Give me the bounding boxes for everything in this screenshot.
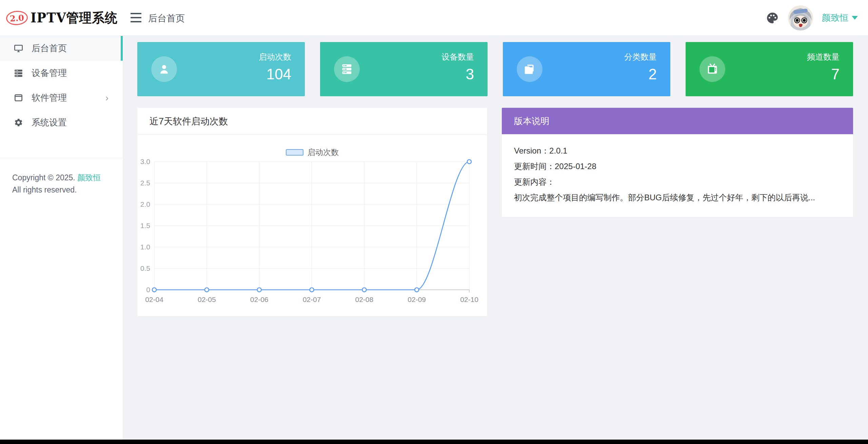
stat-card-categories: 分类数量 2 [503,42,670,96]
version-card-body: Version：2.0.1 更新时间：2025-01-28 更新内容： 初次完成… [502,134,853,217]
copyright-author-link[interactable]: 颜致恒 [77,173,101,182]
palette-icon[interactable] [766,11,779,25]
top-header: 2.0 IPTV管理系统 后台首页 [0,0,868,36]
svg-text:02-10: 02-10 [460,296,478,303]
version-card: 版本说明 Version：2.0.1 更新时间：2025-01-28 更新内容：… [502,108,853,217]
sidebar-item-devices[interactable]: 设备管理 [0,61,123,85]
breadcrumb: 后台首页 [148,12,185,24]
logo-title: IPTV管理系统 [31,9,118,27]
sidebar-item-label: 设备管理 [32,67,67,79]
stat-cards-row: 启动次数 104 设备数量 3 [137,42,853,96]
stat-value: 3 [441,66,474,83]
logo-version-badge: 2.0 [6,10,28,25]
stat-card-launches: 启动次数 104 [137,42,305,96]
server-icon [334,56,360,82]
svg-text:02-09: 02-09 [408,296,426,303]
bottom-bar [0,440,868,444]
tv-icon [699,56,725,82]
stat-value: 2 [624,66,657,83]
hamburger-icon[interactable] [131,13,141,22]
sidebar-item-dashboard[interactable]: 后台首页 [0,36,123,61]
sidebar-item-settings[interactable]: 系统设置 [0,110,123,135]
app-logo[interactable]: 2.0 IPTV管理系统 [0,0,123,36]
sidebar: 后台首页 设备管理 软件管理 › [0,36,123,440]
version-row: 初次完成整个项目的编写制作。部分BUG后续修复，先过个好年，剩下的以后再说... [514,190,841,205]
copyright-suffix: All rights reserved. [12,185,77,194]
stat-label: 频道数量 [807,52,840,62]
svg-text:1.0: 1.0 [140,243,150,251]
legend-label: 启动次数 [308,147,339,158]
gear-icon [14,118,23,127]
stat-label: 设备数量 [441,52,474,62]
sidebar-item-software[interactable]: 软件管理 › [0,85,123,110]
stat-value: 104 [259,66,291,83]
version-row: 更新内容： [514,174,841,190]
app-window-icon [14,93,23,102]
chart-legend[interactable]: 启动次数 [137,147,487,158]
stat-card-devices: 设备数量 3 [320,42,488,96]
svg-text:0: 0 [146,286,150,294]
svg-text:02-08: 02-08 [355,296,373,303]
legend-swatch [286,149,303,156]
version-row: 更新时间：2025-01-28 [514,159,841,174]
avatar[interactable] [788,5,813,31]
chart-title: 近7天软件启动次数 [137,108,487,135]
version-row: Version：2.0.1 [514,143,841,159]
svg-text:0.5: 0.5 [140,264,150,272]
svg-text:02-07: 02-07 [303,296,321,303]
copyright-prefix: Copyright © 2025. [12,173,75,182]
user-icon [151,56,177,82]
monitor-icon [14,44,23,53]
sidebar-item-label: 后台首页 [32,42,67,54]
sidebar-item-label: 软件管理 [32,92,67,104]
main-content: 启动次数 104 设备数量 3 [123,36,868,440]
caret-down-icon [852,16,858,20]
sidebar-item-label: 系统设置 [32,117,67,128]
chevron-right-icon: › [105,93,108,103]
stat-label: 启动次数 [259,52,291,62]
version-card-header: 版本说明 [502,108,853,134]
stat-label: 分类数量 [624,52,657,62]
svg-text:2.0: 2.0 [140,200,150,208]
folder-icon [517,56,542,82]
svg-text:2.5: 2.5 [140,179,150,187]
svg-text:1.5: 1.5 [140,222,150,229]
user-menu[interactable]: 颜致恒 [822,12,858,24]
username-label: 颜致恒 [822,12,848,24]
svg-text:02-05: 02-05 [198,296,216,303]
stat-value: 7 [807,66,840,83]
svg-text:02-06: 02-06 [250,296,269,303]
copyright: Copyright © 2025. 颜致恒 All rights reserve… [0,158,108,196]
server-icon [14,68,23,78]
line-chart: 00.51.01.52.02.53.002-0402-0502-0602-070… [137,158,487,311]
svg-text:3.0: 3.0 [140,158,150,165]
svg-text:02-04: 02-04 [145,296,163,303]
launch-chart-card: 近7天软件启动次数 启动次数 00.51.01.52.02.53.002-040… [137,108,487,316]
stat-card-channels: 频道数量 7 [686,42,853,96]
